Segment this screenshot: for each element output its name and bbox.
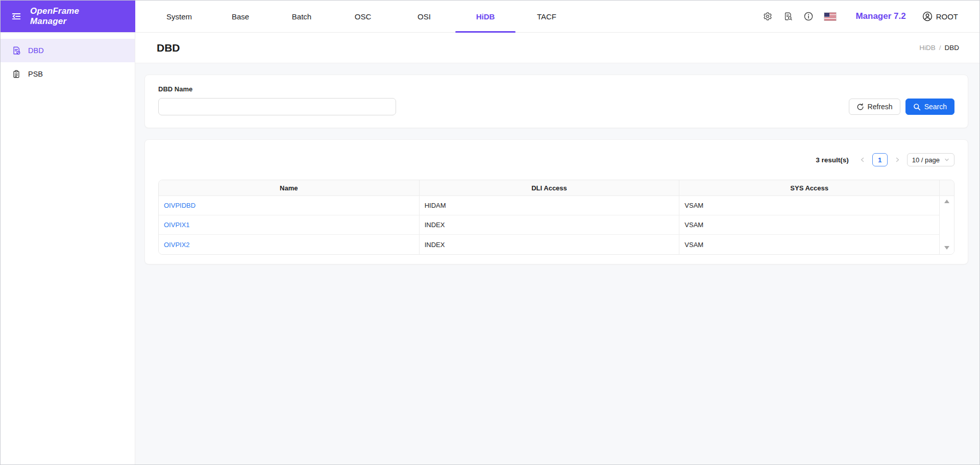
search-panel: DBD Name Refresh <box>144 75 968 128</box>
main-nav: System Base Batch OSC OSI HiDB TACF <box>135 1 577 32</box>
page-size-select[interactable]: 10 / page <box>907 153 954 166</box>
user-icon <box>922 11 933 21</box>
column-header-dli-access: DLI Access <box>419 180 679 196</box>
dbd-link[interactable]: OIVPIX2 <box>164 241 190 249</box>
pagination-next-button[interactable] <box>892 154 903 165</box>
table-cell-sys-access: VSAM <box>679 196 939 215</box>
top-bar: OpenFrame Manager System Base Batch OSC … <box>1 1 979 33</box>
table-cell-dli-access: INDEX <box>419 235 679 254</box>
refresh-button-label: Refresh <box>868 103 893 111</box>
results-count: 3 result(s) <box>816 156 849 164</box>
document-search-icon[interactable] <box>783 12 793 21</box>
collapse-sidebar-icon[interactable] <box>11 11 22 22</box>
results-count-number: 3 <box>816 156 820 164</box>
topbar-actions: Manager 7.2 ROOT <box>763 1 979 32</box>
chevron-down-icon <box>944 157 949 162</box>
page-header: DBD HiDB / DBD <box>135 33 979 63</box>
content-scroll: DBD Name Refresh <box>135 63 979 276</box>
breadcrumb-current: DBD <box>944 44 959 52</box>
sidebar-item-dbd[interactable]: DBD <box>1 39 135 62</box>
breadcrumb-separator: / <box>939 44 941 52</box>
table-row: OIVPIX1 <box>159 215 419 235</box>
app-title-line1: OpenFrame <box>30 6 79 16</box>
dbd-table: Name DLI Access SYS Access OIVPIDBD HIDA… <box>158 180 954 255</box>
language-flag-us-icon[interactable] <box>824 13 836 20</box>
scroll-up-icon[interactable] <box>944 200 949 203</box>
table-cell-sys-access: VSAM <box>679 235 939 254</box>
tab-tacf[interactable]: TACF <box>516 1 577 32</box>
user-name-label: ROOT <box>936 12 958 21</box>
pagination-prev-button[interactable] <box>857 154 868 165</box>
column-header-sys-access: SYS Access <box>679 180 939 196</box>
pagination-page-button[interactable]: 1 <box>872 153 888 166</box>
search-button[interactable]: Search <box>905 99 954 115</box>
tab-osc[interactable]: OSC <box>332 1 394 32</box>
tab-base[interactable]: Base <box>210 1 271 32</box>
column-header-name: Name <box>159 180 419 196</box>
breadcrumb: HiDB / DBD <box>919 44 959 52</box>
dbd-link[interactable]: OIVPIDBD <box>164 202 195 209</box>
tab-osi[interactable]: OSI <box>394 1 455 32</box>
tab-system[interactable]: System <box>149 1 210 32</box>
sidebar-item-label: PSB <box>28 70 43 78</box>
dbd-document-icon <box>12 46 21 55</box>
table-cell-dli-access: INDEX <box>419 215 679 235</box>
page-title: DBD <box>157 42 180 54</box>
app-window: OpenFrame Manager System Base Batch OSC … <box>0 0 980 465</box>
user-menu[interactable]: ROOT <box>922 11 958 21</box>
tab-batch[interactable]: Batch <box>271 1 332 32</box>
column-header-scroll-gutter <box>939 180 954 196</box>
search-icon <box>913 103 921 111</box>
info-icon[interactable] <box>804 12 813 21</box>
search-button-label: Search <box>924 103 947 111</box>
dbd-name-input[interactable] <box>158 98 396 115</box>
refresh-icon <box>856 103 864 111</box>
sidebar-item-psb[interactable]: PSB <box>1 62 135 86</box>
dbd-name-label: DBD Name <box>158 85 954 93</box>
sidebar-item-label: DBD <box>28 46 44 55</box>
app-title-line2: Manager <box>30 16 79 27</box>
manager-version-label: Manager 7.2 <box>855 11 905 21</box>
settings-gear-icon[interactable] <box>763 12 772 21</box>
app-title: OpenFrame Manager <box>30 6 79 27</box>
refresh-button[interactable]: Refresh <box>849 99 900 115</box>
main-content: DBD HiDB / DBD DBD Name <box>135 33 979 464</box>
table-row: OIVPIDBD <box>159 196 419 215</box>
table-cell-sys-access: VSAM <box>679 215 939 235</box>
app-logo: OpenFrame Manager <box>1 1 135 32</box>
sidebar: DBD PSB <box>1 33 135 464</box>
breadcrumb-parent[interactable]: HiDB <box>919 44 936 52</box>
table-cell-dli-access: HIDAM <box>419 196 679 215</box>
tab-hidb[interactable]: HiDB <box>455 1 516 32</box>
table-row: OIVPIX2 <box>159 235 419 254</box>
psb-clipboard-icon <box>12 69 21 79</box>
results-panel: 3 result(s) 1 10 / page <box>144 139 968 264</box>
flag-canton <box>824 13 829 17</box>
results-toolbar: 3 result(s) 1 10 / page <box>158 153 954 166</box>
scroll-down-icon[interactable] <box>944 246 949 250</box>
page-size-label: 10 / page <box>912 156 940 164</box>
table-scrollbar[interactable] <box>939 196 954 254</box>
dbd-link[interactable]: OIVPIX1 <box>164 221 190 229</box>
results-count-suffix: result(s) <box>820 156 849 164</box>
